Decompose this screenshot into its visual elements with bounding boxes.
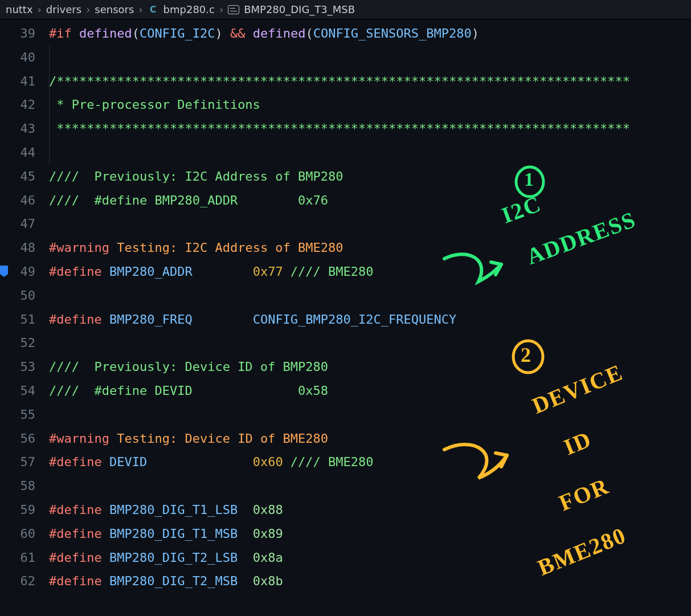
code-line[interactable]: 60 #define BMP280_DIG_T1_MSB 0x89: [0, 522, 691, 546]
line-number: 57: [0, 450, 49, 474]
line-number: 60: [0, 522, 49, 546]
line-number: 59: [0, 498, 49, 522]
line-number: 43: [0, 117, 49, 141]
code-line[interactable]: 53 //// Previously: Device ID of BMP280: [0, 355, 691, 379]
code-line[interactable]: 56 #warning Testing: Device ID of BME280: [0, 427, 691, 451]
code-line[interactable]: 43 *************************************…: [0, 117, 691, 141]
code-text: #warning Testing: I2C Address of BME280: [49, 236, 344, 260]
code-text: #define BMP280_DIG_T2_LSB 0x8a: [49, 546, 283, 570]
code-text: ****************************************…: [49, 117, 630, 141]
crumb-sensors[interactable]: sensors: [95, 3, 134, 15]
line-number: 61: [0, 546, 49, 570]
code-text: #warning Testing: Device ID of BME280: [49, 427, 328, 451]
line-number: 47: [0, 212, 49, 236]
code-text: #define DEVID 0x60 //// BME280: [49, 450, 374, 474]
symbol-constant-icon: [228, 5, 239, 14]
code-line[interactable]: 45 //// Previously: I2C Address of BMP28…: [0, 165, 691, 189]
code-text: //// Previously: I2C Address of BMP280: [49, 165, 344, 189]
line-number: 45: [0, 165, 49, 189]
chevron-right-icon: ›: [219, 3, 223, 15]
code-text: #define BMP280_DIG_T1_LSB 0x88: [49, 498, 283, 522]
line-number: 62: [0, 569, 49, 593]
breadcrumb[interactable]: nuttx › drivers › sensors › C bmp280.c ›…: [0, 0, 691, 19]
code-line[interactable]: 47: [0, 212, 691, 236]
code-text: #define BMP280_DIG_T2_MSB 0x8b: [49, 569, 283, 593]
crumb-drivers[interactable]: drivers: [46, 3, 81, 15]
crumb-file[interactable]: bmp280.c: [163, 3, 215, 15]
code-text: /***************************************…: [49, 70, 630, 93]
code-line[interactable]: 62 #define BMP280_DIG_T2_MSB 0x8b: [0, 569, 691, 593]
code-line[interactable]: 48 #warning Testing: I2C Address of BME2…: [0, 236, 691, 260]
chevron-right-icon: ›: [38, 3, 42, 15]
line-number: 58: [0, 474, 49, 498]
code-text: #if defined(CONFIG_I2C) && defined(CONFI…: [49, 22, 479, 46]
code-line[interactable]: 57 #define DEVID 0x60 //// BME280: [0, 450, 691, 474]
line-number: 39: [0, 22, 49, 46]
code-text: * Pre-processor Definitions: [49, 93, 260, 117]
code-line[interactable]: 59 #define BMP280_DIG_T1_LSB 0x88: [0, 498, 691, 522]
code-line[interactable]: 44: [0, 141, 691, 165]
chevron-right-icon: ›: [86, 3, 90, 15]
chevron-right-icon: ›: [138, 3, 142, 15]
code-line[interactable]: 55: [0, 403, 691, 427]
line-number: 54: [0, 379, 49, 403]
crumb-symbol[interactable]: BMP280_DIG_T3_MSB: [244, 3, 355, 15]
code-line[interactable]: 61 #define BMP280_DIG_T2_LSB 0x8a: [0, 546, 691, 570]
line-number: 46: [0, 189, 49, 213]
code-line[interactable]: 51 #define BMP280_FREQ CONFIG_BMP280_I2C…: [0, 308, 691, 332]
code-text: //// #define BMP280_ADDR 0x76: [49, 189, 328, 213]
line-number: 40: [0, 46, 49, 70]
code-line[interactable]: 41 /************************************…: [0, 70, 691, 93]
code-line[interactable]: 39 #if defined(CONFIG_I2C) && defined(CO…: [0, 22, 691, 46]
line-number: 41: [0, 70, 49, 93]
editor-view[interactable]: 39 #if defined(CONFIG_I2C) && defined(CO…: [0, 19, 691, 593]
code-text: //// #define DEVID 0x58: [49, 379, 328, 403]
line-number: 56: [0, 427, 49, 451]
code-text: #define BMP280_DIG_T1_MSB 0x89: [49, 522, 283, 546]
code-line[interactable]: 46 //// #define BMP280_ADDR 0x76: [0, 189, 691, 213]
code-line[interactable]: 40: [0, 46, 691, 70]
line-number: 52: [0, 331, 49, 355]
line-number: 42: [0, 93, 49, 117]
code-line[interactable]: 52: [0, 331, 691, 355]
code-line[interactable]: 54 //// #define DEVID 0x58: [0, 379, 691, 403]
line-number: 44: [0, 141, 49, 165]
line-number: 50: [0, 284, 49, 308]
code-text: #define BMP280_FREQ CONFIG_BMP280_I2C_FR…: [49, 308, 456, 332]
code-line[interactable]: 50: [0, 284, 691, 308]
code-text: //// Previously: Device ID of BMP280: [49, 355, 328, 379]
code-line[interactable]: 58: [0, 474, 691, 498]
line-number: 53: [0, 355, 49, 379]
code-text: #define BMP280_ADDR 0x77 //// BME280: [49, 260, 374, 284]
crumb-nuttx[interactable]: nuttx: [6, 3, 33, 15]
line-number: 48: [0, 236, 49, 260]
line-number: 55: [0, 403, 49, 427]
code-line[interactable]: 42 * Pre-processor Definitions: [0, 93, 691, 117]
c-file-icon: C: [148, 4, 159, 15]
line-number: 51: [0, 308, 49, 332]
code-line[interactable]: 49 #define BMP280_ADDR 0x77 //// BME280: [0, 260, 691, 284]
